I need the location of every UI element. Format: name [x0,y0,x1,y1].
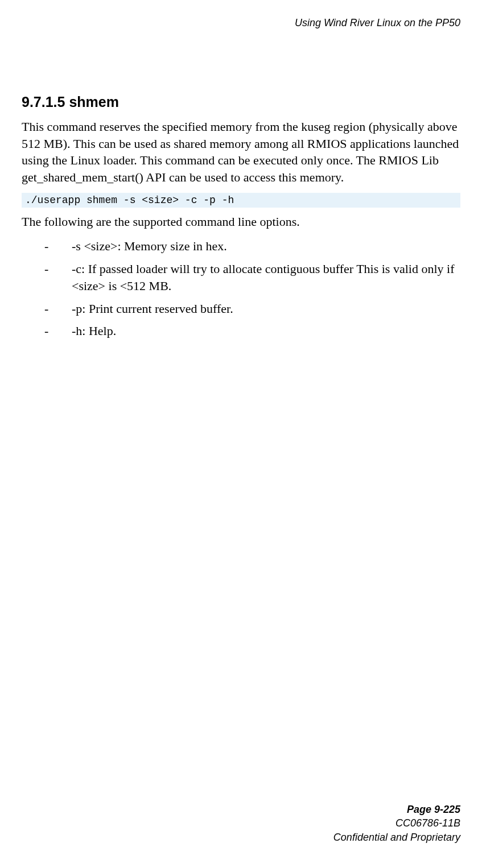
page: Using Wind River Linux on the PP50 9.7.1… [0,0,482,868]
section-heading: 9.7.1.5 shmem [22,94,460,110]
footer-doc-id: CC06786-11B [333,816,460,830]
page-footer: Page 9-225 CC06786-11B Confidential and … [333,803,460,844]
content-area: 9.7.1.5 shmem This command reserves the … [22,94,460,345]
options-intro: The following are the supported command … [22,213,460,230]
option-text: -h: Help. [72,324,116,338]
option-text: -p: Print current reserved buffer. [72,301,233,316]
section-description: This command reserves the specified memo… [22,118,460,186]
list-item: -s <size>: Memory size in hex. [44,238,460,255]
list-item: -h: Help. [44,323,460,340]
option-text: -c: If passed loader will try to allocat… [72,262,454,293]
running-header: Using Wind River Linux on the PP50 [295,17,460,29]
running-title-text: Using Wind River Linux on the PP50 [295,17,460,28]
command-code-block: ./userapp shmem -s <size> -c -p -h [22,193,460,208]
list-item: -c: If passed loader will try to allocat… [44,261,460,294]
footer-confidentiality: Confidential and Proprietary [333,830,460,844]
option-text: -s <size>: Memory size in hex. [72,239,227,253]
options-list: -s <size>: Memory size in hex. -c: If pa… [44,238,460,339]
list-item: -p: Print current reserved buffer. [44,300,460,317]
footer-page-number: Page 9-225 [333,803,460,816]
section-heading-text: 9.7.1.5 shmem [22,94,119,110]
